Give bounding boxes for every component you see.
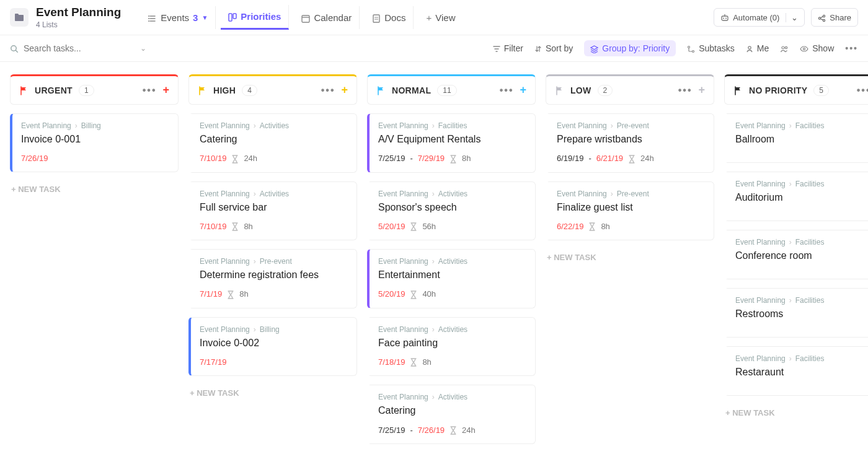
- flag-icon: [733, 85, 743, 96]
- breadcrumb: Event Planning › Facilities: [735, 180, 868, 188]
- show-button[interactable]: Show: [800, 43, 834, 53]
- column-header[interactable]: LOW 2 ••• +: [546, 74, 714, 105]
- column-more-button[interactable]: •••: [678, 85, 693, 96]
- card-title: A/V Equipment Rentals: [378, 134, 526, 145]
- person-icon: [746, 44, 753, 53]
- card-duration: 40h: [422, 289, 436, 299]
- card-meta: 7/18/198h: [378, 357, 526, 367]
- chevron-right-icon: ›: [432, 257, 435, 266]
- search-input[interactable]: [24, 43, 135, 53]
- crumb-child: Facilities: [438, 121, 467, 130]
- assignees-button[interactable]: [780, 44, 789, 53]
- plus-icon: +: [426, 12, 432, 23]
- new-task-button[interactable]: + NEW TASK: [546, 249, 714, 266]
- card-date: 7/25/19: [378, 426, 405, 435]
- column-add-button[interactable]: +: [162, 84, 169, 97]
- card-meta: 5/20/1940h: [378, 289, 526, 299]
- task-card[interactable]: Event Planning › Activities Full service…: [188, 181, 357, 241]
- tab-docs[interactable]: Docs: [365, 6, 414, 29]
- crumb-parent: Event Planning: [378, 257, 428, 266]
- chevron-right-icon: ›: [789, 354, 792, 363]
- column-header[interactable]: HIGH 4 ••• +: [188, 74, 357, 105]
- chevron-right-icon: ›: [789, 296, 792, 305]
- share-button[interactable]: Share: [811, 8, 858, 26]
- toolbar-right: Filter Sort by Group by: Priority Subtas…: [493, 40, 858, 56]
- column-header[interactable]: NO PRIORITY 5 ••• +: [724, 74, 868, 105]
- task-card[interactable]: Event Planning › Facilities Ballroom: [724, 113, 868, 163]
- task-card[interactable]: Event Planning › Activities Entertainmen…: [367, 249, 536, 308]
- card-duration: 8h: [462, 154, 471, 163]
- breadcrumb: Event Planning › Billing: [21, 121, 169, 130]
- hourglass-icon: [628, 154, 636, 164]
- filter-button[interactable]: Filter: [493, 43, 523, 53]
- automate-button[interactable]: Automate (0) ⌄: [714, 8, 805, 27]
- tab-priorities[interactable]: Priorities: [221, 5, 289, 30]
- card-title: Prepare wristbands: [557, 134, 705, 145]
- column-more-button[interactable]: •••: [143, 85, 157, 96]
- column-more-button[interactable]: •••: [857, 85, 868, 96]
- column-header[interactable]: URGENT 1 ••• +: [10, 74, 179, 105]
- column-more-button[interactable]: •••: [321, 85, 335, 96]
- crumb-child: Facilities: [795, 121, 825, 130]
- task-card[interactable]: Event Planning › Activities Face paintin…: [367, 317, 536, 377]
- column-more-button[interactable]: •••: [500, 85, 514, 96]
- more-button[interactable]: •••: [845, 43, 858, 53]
- card-meta: 7/1/198h: [200, 289, 348, 299]
- task-card[interactable]: Event Planning › Pre-event Determine reg…: [188, 249, 357, 308]
- hourglass-icon: [410, 222, 417, 232]
- chevron-down-icon[interactable]: ⌄: [140, 44, 146, 53]
- column-add-button[interactable]: +: [341, 84, 348, 97]
- chevron-down-icon[interactable]: ⌄: [786, 13, 798, 22]
- column-header[interactable]: NORMAL 11 ••• +: [367, 74, 536, 105]
- task-card[interactable]: Event Planning › Facilities Conference r…: [724, 230, 868, 279]
- crumb-parent: Event Planning: [557, 190, 607, 198]
- task-card[interactable]: Event Planning › Pre-event Finalize gues…: [546, 181, 714, 241]
- group-button[interactable]: Group by: Priority: [584, 40, 676, 56]
- task-card[interactable]: Event Planning › Activities Sponsor's sp…: [367, 181, 536, 241]
- column-add-button[interactable]: +: [698, 84, 705, 97]
- column-title: URGENT: [35, 85, 73, 95]
- card-title: Auditorium: [735, 192, 868, 203]
- chevron-right-icon: ›: [432, 393, 435, 401]
- tab-events[interactable]: Events 3 ▼: [141, 6, 216, 29]
- task-card[interactable]: Event Planning › Billing Invoice 0-001 7…: [10, 113, 179, 172]
- card-title: Invoice 0-001: [21, 134, 169, 145]
- column-add-button[interactable]: +: [520, 84, 526, 97]
- chevron-right-icon: ›: [432, 190, 435, 198]
- chevron-right-icon: ›: [432, 325, 435, 334]
- card-title: Full service bar: [200, 202, 348, 213]
- board: URGENT 1 ••• + Event Planning › Billing …: [0, 62, 868, 454]
- new-task-button[interactable]: + NEW TASK: [188, 385, 357, 401]
- chevron-right-icon: ›: [611, 190, 613, 198]
- chevron-right-icon: ›: [789, 121, 792, 130]
- sort-button[interactable]: Sort by: [534, 43, 573, 53]
- tab-calendar[interactable]: Calendar: [294, 6, 360, 29]
- tab-add-view[interactable]: + View: [418, 6, 463, 29]
- crumb-parent: Event Planning: [200, 121, 250, 130]
- svg-point-19: [804, 48, 805, 50]
- date-separator: -: [410, 426, 412, 435]
- board-icon: [228, 11, 237, 22]
- breadcrumb: Event Planning › Activities: [378, 325, 526, 334]
- task-card[interactable]: Event Planning › Facilities Restrooms: [724, 288, 868, 338]
- task-card[interactable]: Event Planning › Facilities Auditorium: [724, 172, 868, 221]
- crumb-child: Facilities: [795, 296, 825, 305]
- card-date: 7/10/19: [200, 222, 226, 231]
- task-card[interactable]: Event Planning › Activities Catering 7/2…: [367, 385, 536, 444]
- task-card[interactable]: Event Planning › Pre-event Prepare wrist…: [546, 113, 714, 173]
- crumb-child: Activities: [438, 257, 467, 266]
- new-task-button[interactable]: + NEW TASK: [10, 181, 179, 198]
- new-task-button[interactable]: + NEW TASK: [724, 404, 868, 421]
- task-card[interactable]: Event Planning › Billing Invoice 0-002 7…: [188, 317, 357, 376]
- task-card[interactable]: Event Planning › Facilities A/V Equipmen…: [367, 113, 536, 173]
- chevron-right-icon: ›: [432, 121, 435, 130]
- subtasks-button[interactable]: Subtasks: [687, 43, 735, 53]
- chevron-right-icon: ›: [789, 238, 792, 247]
- task-card[interactable]: Event Planning › Activities Catering 7/1…: [188, 113, 357, 173]
- task-card[interactable]: Event Planning › Facilities Restaraunt: [724, 346, 868, 396]
- me-button[interactable]: Me: [746, 43, 769, 53]
- chevron-right-icon: ›: [254, 257, 256, 266]
- subtasks-label: Subtasks: [699, 43, 735, 53]
- me-label: Me: [757, 43, 769, 53]
- automate-label: Automate (0): [733, 13, 779, 22]
